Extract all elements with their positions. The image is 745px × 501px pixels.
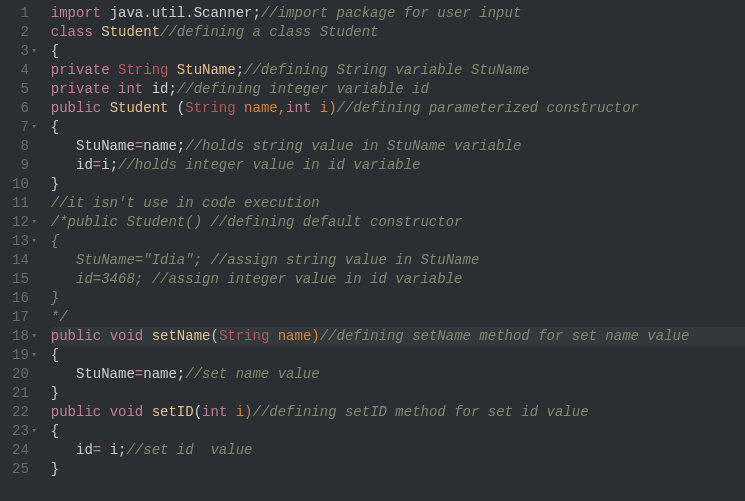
line-number: 10 [12, 175, 29, 194]
code-line[interactable]: { [51, 422, 745, 441]
fold-icon[interactable]: ▾ [31, 42, 36, 61]
line-number: 18▾ [12, 327, 29, 346]
fold-icon[interactable]: ▾ [31, 422, 36, 441]
line-number: 3▾ [12, 42, 29, 61]
code-line[interactable]: id=i;//holds integer value in id variabl… [51, 156, 745, 175]
line-number: 21 [12, 384, 29, 403]
line-number: 22 [12, 403, 29, 422]
line-number: 4 [12, 61, 29, 80]
line-number: 11 [12, 194, 29, 213]
code-line[interactable]: } [51, 175, 745, 194]
code-line[interactable]: StuName="Idia"; //assign string value in… [51, 251, 745, 270]
code-line[interactable]: { [51, 42, 745, 61]
line-number: 25 [12, 460, 29, 479]
code-line[interactable]: id= i;//set id value [51, 441, 745, 460]
line-number: 9 [12, 156, 29, 175]
line-number: 8 [12, 137, 29, 156]
code-line[interactable]: } [51, 460, 745, 479]
code-line[interactable]: id=3468; //assign integer value in id va… [51, 270, 745, 289]
code-line[interactable]: class Student//defining a class Student [51, 23, 745, 42]
code-line[interactable]: private int id;//defining integer variab… [51, 80, 745, 99]
fold-icon[interactable]: ▾ [31, 327, 36, 346]
line-number: 23▾ [12, 422, 29, 441]
code-line[interactable]: { [51, 118, 745, 137]
code-line[interactable]: public Student (String name,int i)//defi… [51, 99, 745, 118]
line-number: 5 [12, 80, 29, 99]
line-number: 24 [12, 441, 29, 460]
line-number: 14 [12, 251, 29, 270]
code-line[interactable]: private String StuName;//defining String… [51, 61, 745, 80]
code-line[interactable]: { [51, 346, 745, 365]
code-line-active[interactable]: public void setName(String name)//defini… [51, 327, 745, 346]
line-number: 6 [12, 99, 29, 118]
code-line[interactable]: { [51, 232, 745, 251]
line-number: 12▾ [12, 213, 29, 232]
fold-icon[interactable]: ▾ [31, 346, 36, 365]
code-line[interactable]: StuName=name;//set name value [51, 365, 745, 384]
fold-icon[interactable]: ▾ [31, 213, 36, 232]
code-line[interactable]: import java.util.Scanner;//import packag… [51, 4, 745, 23]
fold-icon[interactable]: ▾ [31, 232, 36, 251]
line-number: 19▾ [12, 346, 29, 365]
code-editor[interactable]: 1 2 3▾ 4 5 6 7▾ 8 9 10 11 12▾ 13▾ 14 15 … [0, 0, 745, 501]
line-number: 2 [12, 23, 29, 42]
line-number: 1 [12, 4, 29, 23]
code-line[interactable]: public void setID(int i)//defining setID… [51, 403, 745, 422]
line-number: 16 [12, 289, 29, 308]
line-number: 15 [12, 270, 29, 289]
code-line[interactable]: */ [51, 308, 745, 327]
fold-icon[interactable]: ▾ [31, 118, 36, 137]
line-number: 20 [12, 365, 29, 384]
code-line[interactable]: /*public Student() //defining default co… [51, 213, 745, 232]
code-line[interactable]: //it isn't use in code execution [51, 194, 745, 213]
code-line[interactable]: StuName=name;//holds string value in Stu… [51, 137, 745, 156]
code-line[interactable]: } [51, 289, 745, 308]
line-number: 13▾ [12, 232, 29, 251]
code-area[interactable]: import java.util.Scanner;//import packag… [37, 0, 745, 501]
code-line[interactable]: } [51, 384, 745, 403]
line-number: 7▾ [12, 118, 29, 137]
line-number: 17 [12, 308, 29, 327]
line-number-gutter: 1 2 3▾ 4 5 6 7▾ 8 9 10 11 12▾ 13▾ 14 15 … [0, 0, 37, 501]
